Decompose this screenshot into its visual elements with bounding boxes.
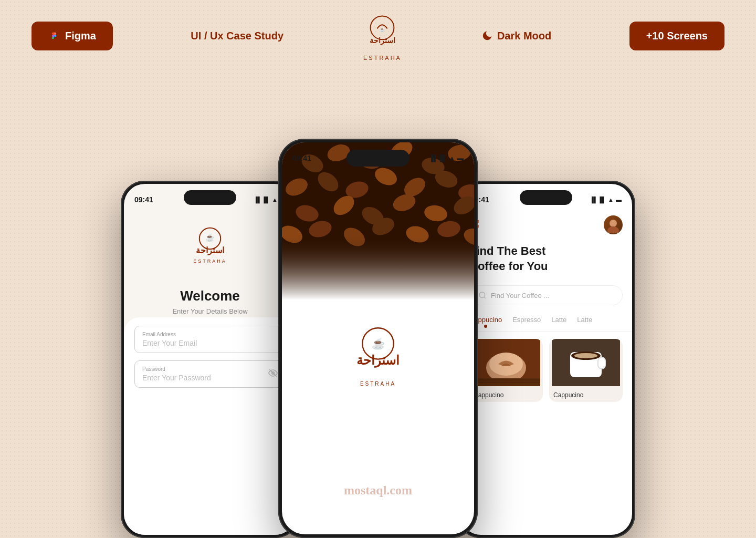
- headline-text: Find The Best Coffee for You: [469, 244, 623, 274]
- left-logo-text: ESTRAHA: [193, 258, 227, 264]
- svg-text:☕: ☕: [372, 337, 385, 350]
- left-app-logo: ☕ استراحة ESTRAHA: [184, 224, 236, 271]
- tab-latte2[interactable]: Latte: [577, 316, 592, 327]
- welcome-section: Welcome Enter Your Details Below: [124, 288, 296, 315]
- header: Figma UI / Ux Case Study ☕ استراحة ESTRA…: [0, 0, 756, 71]
- phone-left: 09:41 ▐▌▐▌ ▲ ▬ ☕ استراحة: [121, 181, 299, 538]
- avatar-icon: [605, 217, 621, 233]
- phones-area: 09:41 ▐▌▐▌ ▲ ▬ ☕ استراحة: [89, 107, 667, 538]
- figma-badge[interactable]: Figma: [32, 22, 113, 50]
- screens-badge: +10 Screens: [629, 22, 724, 50]
- search-bar[interactable]: Find Your Coffee ...: [469, 285, 623, 305]
- phone-left-screen: 09:41 ▐▌▐▌ ▲ ▬ ☕ استراحة: [124, 184, 296, 535]
- status-icons-right: ▐▌▐▌ ▲ ▬: [590, 196, 622, 203]
- password-input-value[interactable]: Enter Your Password: [142, 374, 211, 382]
- signal-icon: ▐▌▐▌: [254, 196, 270, 203]
- search-icon: [478, 291, 487, 299]
- phone-center-screen: 09:41 ▐▌▐▌ ▲ ▬: [282, 142, 474, 534]
- svg-point-44: [607, 226, 619, 233]
- mostaql-watermark: mostaql.com: [344, 483, 412, 498]
- moon-icon: [481, 30, 493, 42]
- dynamic-island-right: [520, 190, 572, 205]
- category-tabs: Cappucino Espresso Latte Latte: [460, 312, 632, 332]
- form-section: Email Address Enter Your Email Password …: [124, 315, 296, 395]
- signal-icon-c: ▐▌▐▌: [429, 154, 447, 162]
- dark-mood-label: Dark Mood: [481, 30, 551, 42]
- svg-text:استراحة: استراحة: [196, 246, 224, 255]
- left-screen-content: ☕ استراحة ESTRAHA Welcome Enter Your Det…: [124, 184, 296, 535]
- tab-latte1[interactable]: Latte: [551, 316, 566, 327]
- email-input-value[interactable]: Enter Your Email: [142, 339, 278, 347]
- figma-icon: [48, 30, 60, 42]
- center-logo-svg: ☕ استراحة: [344, 321, 412, 379]
- battery-icon-r: ▬: [616, 196, 622, 203]
- password-input-group: Password Enter Your Password: [134, 360, 286, 388]
- svg-text:استراحة: استراحة: [370, 36, 395, 45]
- status-time-left: 09:41: [134, 195, 153, 204]
- right-top-nav: [460, 211, 632, 239]
- wifi-icon: ▲: [272, 196, 278, 203]
- svg-text:استراحة: استراحة: [356, 353, 400, 368]
- status-time-center: 09:41: [292, 154, 311, 162]
- left-logo-svg: ☕ استراحة: [189, 224, 231, 261]
- signal-icon-r: ▐▌▐▌: [590, 196, 606, 203]
- right-content-wrapper: Find The Best Coffee for You Find Your C…: [460, 184, 632, 535]
- wifi-icon-r: ▲: [608, 196, 614, 203]
- estraha-logo-icon: ☕ استراحة: [361, 11, 403, 53]
- coffee-card-img-1: [469, 339, 543, 386]
- card-1-label: Cappucino: [469, 388, 543, 402]
- logo-estraha-text: ESTRAHA: [363, 55, 402, 61]
- ui-case-study: UI / Ux Case Study: [191, 30, 284, 42]
- svg-text:☕: ☕: [206, 233, 215, 242]
- coffee-card-img-2: [549, 339, 623, 386]
- svg-point-45: [479, 292, 485, 298]
- svg-point-43: [610, 220, 617, 227]
- search-placeholder: Find Your Coffee ...: [491, 292, 549, 299]
- right-headline: Find The Best Coffee for You: [460, 239, 632, 279]
- phone-right: 09:41 ▐▌▐▌ ▲ ▬: [457, 181, 635, 538]
- left-content-wrapper: ☕ استراحة ESTRAHA Welcome Enter Your Det…: [124, 184, 296, 535]
- tab-espresso[interactable]: Espresso: [512, 316, 541, 327]
- coffee-card-2[interactable]: Cappucino: [549, 339, 623, 402]
- svg-point-57: [574, 353, 597, 358]
- watermark-area: mostaql.com: [344, 483, 412, 498]
- welcome-title: Welcome: [134, 288, 286, 304]
- password-toggle-icon[interactable]: [268, 368, 278, 380]
- dynamic-island-left: [184, 190, 236, 205]
- user-avatar[interactable]: [604, 215, 623, 234]
- coffee-cards-row: Cappucino: [460, 332, 632, 409]
- center-logo: ☕ استراحة ESTRAHA: [361, 11, 403, 61]
- email-input-group: Email Address Enter Your Email: [134, 326, 286, 353]
- password-label: Password: [142, 366, 211, 372]
- dynamic-island-center: [346, 150, 410, 167]
- center-logo-area: ☕ استراحة ESTRAHA: [282, 300, 474, 408]
- card-2-label: Cappucino: [549, 388, 623, 402]
- center-logo-text: ESTRAHA: [360, 381, 396, 387]
- welcome-subtitle: Enter Your Details Below: [134, 307, 286, 315]
- svg-rect-55: [598, 357, 605, 369]
- battery-icon-c: ▬: [457, 154, 464, 162]
- wifi-icon-c: ▲: [449, 154, 455, 162]
- email-label: Email Address: [142, 332, 278, 337]
- status-icons-center: ▐▌▐▌ ▲ ▬: [429, 154, 464, 162]
- coffee-card-1[interactable]: Cappucino: [469, 339, 543, 402]
- phone-center: 09:41 ▐▌▐▌ ▲ ▬: [278, 139, 478, 538]
- svg-text:☕: ☕: [380, 27, 385, 32]
- phone-right-screen: 09:41 ▐▌▐▌ ▲ ▬: [460, 184, 632, 535]
- figma-label: Figma: [65, 30, 96, 42]
